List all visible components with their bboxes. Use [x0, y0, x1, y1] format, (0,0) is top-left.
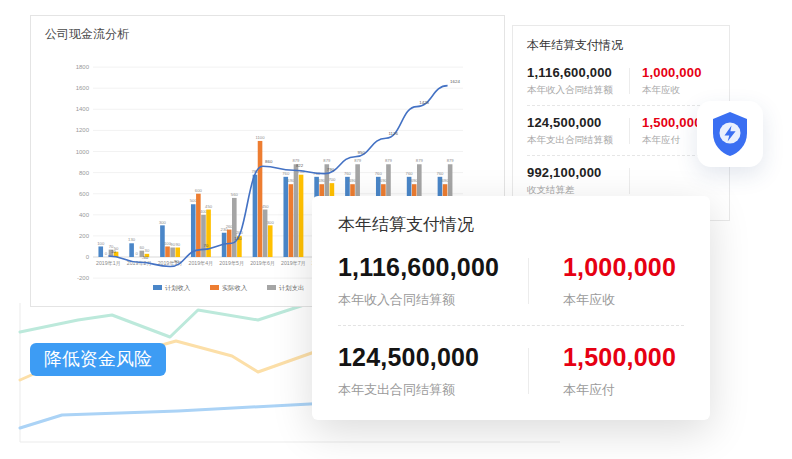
shield-lightning-icon [710, 111, 750, 157]
svg-text:700: 700 [328, 177, 336, 182]
svg-text:实际收入: 实际收入 [222, 284, 248, 292]
svg-text:0: 0 [136, 251, 139, 256]
reduce-risk-badge[interactable]: 降低资金风险 [30, 343, 166, 376]
svg-text:2019年4月: 2019年4月 [189, 260, 214, 267]
svg-text:-200: -200 [77, 275, 90, 281]
bar [175, 248, 180, 257]
bar [299, 175, 304, 257]
svg-text:879: 879 [323, 158, 331, 163]
popup-payable-value: 1,500,000 [563, 343, 684, 372]
svg-text:计划支出: 计划支出 [279, 284, 304, 292]
popup-row-expense: 124,500,000 本年支出合同结算额 1,500,000 本年应付 [338, 326, 684, 415]
svg-text:计划收入: 计划收入 [165, 284, 191, 291]
expense-settlement-label: 本年支出合同结算额 [527, 134, 629, 147]
receivable-label: 本年应收 [642, 84, 715, 97]
popup-row-income: 1,116,600,000 本年收入合同结算额 1,000,000 本年应收 [338, 236, 684, 326]
svg-text:760: 760 [406, 171, 414, 176]
panel-row-expense: 124,500,000 本年支出合同结算额 1,500,000 本年应付 [527, 106, 715, 156]
svg-text:879: 879 [354, 158, 362, 163]
bar [170, 248, 175, 257]
balance-value: 992,100,000 [527, 165, 629, 180]
svg-text:860: 860 [265, 159, 273, 164]
svg-text:1624: 1624 [450, 79, 460, 84]
svg-text:800: 800 [79, 170, 90, 176]
svg-text:10: 10 [111, 249, 116, 254]
svg-text:0: 0 [105, 251, 108, 256]
vertical-divider [629, 168, 630, 194]
popup-expense-settlement-value: 124,500,000 [338, 343, 528, 372]
expense-settlement-value: 124,500,000 [527, 115, 629, 130]
svg-text:30: 30 [145, 248, 150, 253]
popup-expense-settlement-label: 本年支出合同结算额 [338, 381, 528, 399]
bar [263, 210, 268, 257]
svg-text:790: 790 [327, 167, 335, 172]
bar [191, 204, 196, 257]
svg-text:2019年5月: 2019年5月 [219, 260, 244, 267]
panel-title: 本年结算支付情况 [527, 37, 715, 54]
popup-receivable-value: 1,000,000 [563, 253, 684, 282]
svg-text:760: 760 [282, 171, 290, 176]
svg-text:1425: 1425 [419, 100, 429, 105]
bar [268, 225, 273, 257]
bar [165, 246, 170, 257]
bar [294, 164, 299, 257]
svg-text:760: 760 [436, 171, 444, 176]
bar [289, 184, 294, 257]
svg-text:879: 879 [447, 158, 455, 163]
svg-text:1100: 1100 [256, 135, 266, 140]
svg-text:1200: 1200 [76, 127, 90, 133]
svg-text:1126: 1126 [388, 131, 398, 136]
income-settlement-value: 1,116,600,000 [527, 65, 629, 80]
svg-text:2019年1月: 2019年1月 [96, 260, 121, 267]
svg-text:1600: 1600 [76, 85, 90, 91]
svg-text:1400: 1400 [76, 106, 90, 112]
receivable-value: 1,000,000 [642, 65, 715, 80]
svg-text:600: 600 [79, 191, 90, 197]
svg-text:100: 100 [97, 241, 105, 246]
bar [98, 246, 103, 257]
bar [201, 215, 206, 257]
bar [253, 175, 258, 257]
svg-text:879: 879 [416, 158, 424, 163]
svg-text:70: 70 [203, 243, 208, 248]
svg-text:200: 200 [79, 233, 90, 239]
svg-text:760: 760 [344, 171, 352, 176]
bar [196, 194, 201, 257]
bar [283, 177, 288, 257]
bar [232, 198, 237, 257]
income-settlement-label: 本年收入合同结算额 [527, 84, 629, 97]
svg-text:2019年6月: 2019年6月 [250, 260, 275, 267]
svg-text:400: 400 [79, 212, 90, 218]
svg-text:130: 130 [234, 236, 242, 241]
bar [258, 141, 263, 257]
svg-text:950: 950 [358, 150, 366, 155]
svg-text:-50: -50 [142, 255, 149, 260]
settlement-popup-card: 本年结算支付情况 1,116,600,000 本年收入合同结算额 1,000,0… [312, 196, 710, 420]
svg-text:130: 130 [128, 237, 136, 242]
svg-text:450: 450 [262, 204, 270, 209]
svg-text:560: 560 [231, 192, 239, 197]
svg-text:1800: 1800 [76, 64, 90, 70]
svg-text:1000: 1000 [76, 149, 90, 155]
svg-text:-90: -90 [173, 259, 180, 264]
popup-income-settlement-label: 本年收入合同结算额 [338, 291, 528, 309]
svg-text:300: 300 [267, 220, 275, 225]
svg-text:2019年7月: 2019年7月 [281, 260, 306, 267]
panel-row-income: 1,116,600,000 本年收入合同结算额 1,000,000 本年应收 [527, 56, 715, 106]
popup-receivable-label: 本年应收 [563, 291, 684, 309]
popup-income-settlement-value: 1,116,600,000 [338, 253, 528, 282]
svg-text:822: 822 [296, 163, 304, 168]
svg-text:300: 300 [159, 220, 167, 225]
popup-title: 本年结算支付情况 [338, 213, 684, 236]
svg-text:600: 600 [195, 188, 203, 193]
svg-text:760: 760 [375, 171, 383, 176]
svg-text:90: 90 [175, 242, 180, 247]
svg-text:0: 0 [86, 254, 90, 260]
svg-text:450: 450 [205, 204, 213, 209]
security-feature-card [697, 101, 763, 167]
bar [129, 243, 134, 257]
popup-payable-label: 本年应付 [563, 381, 684, 399]
svg-text:879: 879 [385, 158, 393, 163]
